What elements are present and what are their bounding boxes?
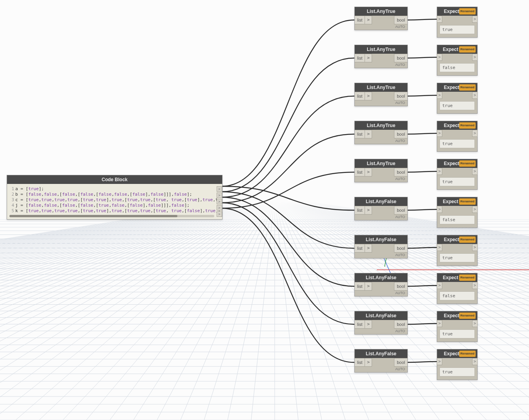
- expect-node[interactable]: Expect FalseRenamed>>false: [437, 273, 478, 304]
- in-port[interactable]: >: [437, 282, 442, 289]
- chevron-icon[interactable]: >: [365, 16, 372, 24]
- in-port-list[interactable]: list: [355, 168, 365, 176]
- out-port[interactable]: >: [472, 92, 478, 99]
- out-port[interactable]: >: [472, 168, 478, 175]
- in-port[interactable]: >: [437, 168, 442, 175]
- chevron-icon[interactable]: >: [365, 130, 372, 138]
- in-port-list[interactable]: list: [355, 16, 365, 24]
- in-port[interactable]: >: [437, 206, 442, 213]
- expect-node[interactable]: Expect FalseRenamed>>false: [437, 45, 478, 76]
- codeblock-node[interactable]: Code Block 1a = [true];2b = [false,false…: [7, 175, 223, 220]
- node-title: Expect TrueRenamed: [437, 121, 477, 130]
- out-port-bool[interactable]: bool: [394, 244, 407, 253]
- expect-node[interactable]: Expect TrueRenamed>>true: [437, 235, 478, 266]
- result-value: false: [440, 63, 475, 72]
- out-port[interactable]: >: [472, 282, 478, 289]
- out-port-bool[interactable]: bool: [394, 54, 407, 62]
- node-title: List.AnyFalse: [355, 311, 407, 320]
- in-port-list[interactable]: list: [355, 206, 365, 215]
- node-title: Expect TrueRenamed: [437, 7, 477, 16]
- expect-node[interactable]: Expect FalseRenamed>>false: [437, 197, 478, 228]
- out-port[interactable]: >: [472, 244, 478, 251]
- in-port[interactable]: >: [437, 244, 442, 251]
- list-node[interactable]: List.AnyFalselist>boolAUTO: [354, 197, 408, 220]
- in-port-list[interactable]: list: [355, 244, 365, 253]
- renamed-badge: Renamed: [459, 84, 476, 91]
- renamed-badge: Renamed: [459, 8, 476, 15]
- lacing-auto: AUTO: [355, 367, 407, 372]
- in-port[interactable]: >: [437, 130, 442, 137]
- node-title: Expect TrueRenamed: [437, 83, 477, 92]
- expect-node[interactable]: Expect TrueRenamed>>true: [437, 349, 478, 380]
- node-title: List.AnyTrue: [355, 159, 407, 168]
- scrollbar[interactable]: [9, 215, 214, 217]
- chevron-icon[interactable]: >: [365, 92, 372, 100]
- chevron-icon[interactable]: >: [365, 206, 372, 215]
- in-port[interactable]: >: [437, 358, 442, 365]
- renamed-badge: Renamed: [459, 122, 476, 129]
- node-title: Expect TrueRenamed: [437, 349, 477, 358]
- svg-line-57: [0, 196, 275, 420]
- chevron-icon[interactable]: >: [365, 54, 372, 62]
- out-port[interactable]: >: [472, 54, 478, 61]
- out-port-bool[interactable]: bool: [394, 130, 407, 138]
- out-port-bool[interactable]: bool: [394, 206, 407, 215]
- in-port[interactable]: >: [437, 16, 442, 23]
- out-port[interactable]: >: [472, 320, 478, 327]
- out-port-bool[interactable]: bool: [394, 16, 407, 24]
- in-port-list[interactable]: list: [355, 358, 365, 367]
- lacing-auto: AUTO: [355, 253, 407, 258]
- node-title: Expect FalseRenamed: [437, 273, 477, 282]
- expect-node[interactable]: Expect TrueRenamed>>true: [437, 7, 478, 38]
- in-port-list[interactable]: list: [355, 320, 365, 329]
- out-port[interactable]: >: [472, 130, 478, 137]
- list-node[interactable]: List.AnyFalselist>boolAUTO: [354, 349, 408, 373]
- in-port-list[interactable]: list: [355, 54, 365, 62]
- codeblock-body[interactable]: 1a = [true];2b = [false,false,[false,[fa…: [7, 184, 222, 219]
- in-port-list[interactable]: list: [355, 282, 365, 291]
- out-port[interactable]: >: [472, 16, 478, 23]
- list-node[interactable]: List.AnyTruelist>boolAUTO: [354, 121, 408, 144]
- result-value: true: [440, 139, 475, 148]
- renamed-badge: Renamed: [459, 46, 476, 53]
- result-value: true: [440, 329, 475, 338]
- list-node[interactable]: List.AnyFalselist>boolAUTO: [354, 235, 408, 258]
- node-title: List.AnyTrue: [355, 83, 407, 92]
- svg-line-104: [275, 196, 463, 420]
- in-port[interactable]: >: [437, 92, 442, 99]
- in-port-list[interactable]: list: [355, 92, 365, 100]
- list-node[interactable]: List.AnyFalselist>boolAUTO: [354, 273, 408, 296]
- out-port-bool[interactable]: bool: [394, 358, 407, 367]
- expect-node[interactable]: Expect TrueRenamed>>true: [437, 311, 478, 342]
- out-port[interactable]: >: [472, 206, 478, 213]
- chevron-icon[interactable]: >: [365, 244, 372, 253]
- renamed-badge: Renamed: [459, 351, 476, 357]
- list-node[interactable]: List.AnyTruelist>boolAUTO: [354, 83, 408, 106]
- chevron-icon[interactable]: >: [365, 358, 372, 367]
- list-node[interactable]: List.AnyTruelist>boolAUTO: [354, 7, 408, 30]
- list-node[interactable]: List.AnyTruelist>boolAUTO: [354, 159, 408, 182]
- in-port[interactable]: >: [437, 320, 442, 327]
- out-port-bool[interactable]: bool: [394, 92, 407, 100]
- chevron-icon[interactable]: >: [365, 168, 372, 176]
- svg-line-91: [157, 196, 275, 420]
- lacing-auto: AUTO: [355, 100, 407, 106]
- out-port-bool[interactable]: bool: [394, 168, 407, 176]
- chevron-icon[interactable]: >: [365, 320, 372, 329]
- in-port-list[interactable]: list: [355, 130, 365, 138]
- out-port-bool[interactable]: bool: [394, 320, 407, 329]
- svg-line-92: [181, 196, 275, 420]
- in-port[interactable]: >: [437, 54, 442, 61]
- list-node[interactable]: List.AnyTruelist>boolAUTO: [354, 45, 408, 68]
- chevron-icon[interactable]: >: [365, 282, 372, 291]
- list-node[interactable]: List.AnyFalselist>boolAUTO: [354, 311, 408, 335]
- codeblock-title: Code Block: [7, 175, 222, 184]
- expect-node[interactable]: Expect TrueRenamed>>true: [437, 121, 478, 152]
- out-port-bool[interactable]: bool: [394, 282, 407, 291]
- node-title: List.AnyTrue: [355, 45, 407, 54]
- renamed-badge: Renamed: [459, 160, 476, 167]
- out-port[interactable]: >: [472, 358, 478, 365]
- expect-node[interactable]: Expect TrueRenamed>>true: [437, 83, 478, 114]
- svg-line-89: [110, 196, 275, 420]
- expect-node[interactable]: Expect TrueRenamed>>true: [437, 159, 478, 190]
